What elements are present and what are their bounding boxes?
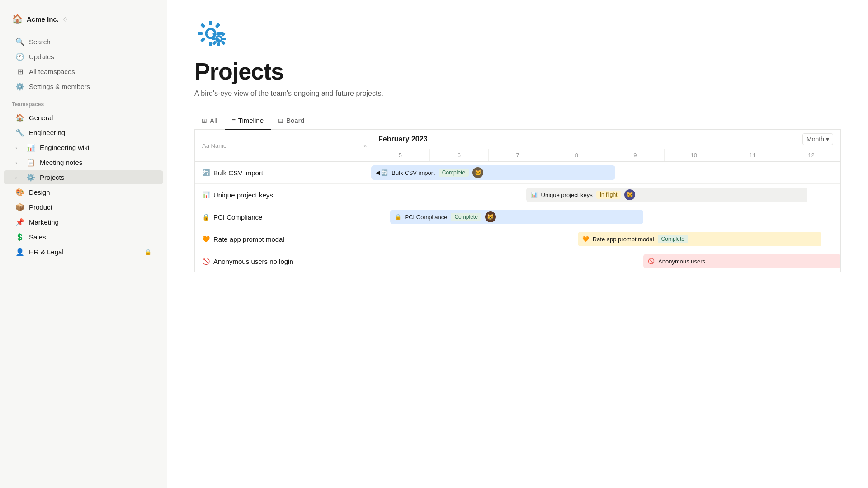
bar-label: Rate app prompt modal bbox=[593, 236, 654, 243]
svg-rect-12 bbox=[212, 38, 215, 40]
tab-timeline-label: Timeline bbox=[238, 117, 264, 124]
row-label: Rate app prompt modal bbox=[213, 235, 284, 243]
row-name-unique-keys[interactable]: 📊 Unique project keys bbox=[195, 186, 371, 204]
row-label: PCI Compliance bbox=[213, 213, 262, 221]
bar-label: Unique project keys bbox=[541, 192, 593, 198]
svg-rect-2 bbox=[209, 42, 212, 46]
general-icon: 🏠 bbox=[15, 113, 24, 122]
bar-label: Bulk CSV import bbox=[392, 169, 434, 176]
sales-icon: 💲 bbox=[15, 233, 24, 241]
status-badge: In flight bbox=[596, 191, 621, 199]
tab-board[interactable]: ⊟ Board bbox=[271, 112, 311, 130]
current-month: February 2023 bbox=[378, 135, 428, 143]
row-name-bulk-csv[interactable]: 🔄 Bulk CSV import bbox=[195, 164, 371, 182]
collapse-timeline-btn[interactable]: « bbox=[363, 142, 367, 149]
tab-timeline[interactable]: ≡ Timeline bbox=[225, 112, 271, 130]
workspace-chevron-icon: ◇ bbox=[63, 16, 67, 22]
notes-icon: 📋 bbox=[26, 158, 35, 167]
nav-settings[interactable]: ⚙️ Settings & members bbox=[4, 80, 163, 94]
timeline-header: Aa Name « February 2023 Month ▾ bbox=[195, 130, 840, 162]
timeline-bar-unique-keys[interactable]: 📊 Unique project keys In flight 😺 bbox=[526, 188, 808, 202]
bar-label: PCI Compliance bbox=[405, 214, 448, 221]
chevron-right-icon: › bbox=[15, 145, 22, 150]
sidebar-item-label: Marketing bbox=[29, 218, 151, 226]
day-col: 9 bbox=[606, 149, 665, 161]
workspace-icon: 🏠 bbox=[12, 14, 23, 24]
lock-icon: 🔒 bbox=[202, 213, 210, 221]
name-col-label: Aa Name bbox=[202, 142, 226, 149]
nav-search[interactable]: 🔍 Search bbox=[4, 35, 163, 49]
nav-search-label: Search bbox=[29, 38, 51, 46]
sidebar-item-general[interactable]: 🏠 General bbox=[4, 111, 163, 125]
nav-settings-label: Settings & members bbox=[29, 83, 90, 90]
page-title: Projects bbox=[194, 58, 841, 85]
row-label: Bulk CSV import bbox=[213, 169, 263, 177]
day-col: 5 bbox=[371, 149, 430, 161]
bar-icon: 📊 bbox=[531, 192, 538, 198]
sidebar-item-engineering[interactable]: 🔧 Engineering bbox=[4, 126, 163, 140]
row-name-rate-app[interactable]: 🧡 Rate app prompt modal bbox=[195, 230, 371, 249]
wiki-icon: 📊 bbox=[26, 143, 35, 152]
day-col: 8 bbox=[547, 149, 606, 161]
calendar-header: February 2023 Month ▾ 5 6 7 8 bbox=[371, 130, 840, 161]
bar-icon: 🧡 bbox=[582, 236, 589, 242]
nav-updates[interactable]: 🕐 Updates bbox=[4, 50, 163, 64]
row-name-pci[interactable]: 🔒 PCI Compliance bbox=[195, 208, 371, 226]
svg-rect-8 bbox=[215, 23, 220, 28]
view-tabs: ⊞ All ≡ Timeline ⊟ Board bbox=[194, 112, 841, 130]
workspace-switcher[interactable]: 🏠 Acme Inc. ◇ bbox=[7, 11, 160, 27]
sidebar-item-label: Product bbox=[29, 203, 151, 211]
tab-all-label: All bbox=[210, 117, 217, 124]
timeline-bar-bulk-csv[interactable]: ◀ 🔄 Bulk CSV import Complete 🐱 bbox=[371, 165, 615, 180]
main-panel: Projects A bird's-eye view of the team's… bbox=[167, 0, 868, 488]
search-icon: 🔍 bbox=[15, 38, 24, 46]
sidebar: 🏠 Acme Inc. ◇ 🔍 Search 🕐 Updates ⊞ All t… bbox=[0, 0, 167, 488]
row-timeline-bulk-csv: ◀ 🔄 Bulk CSV import Complete 🐱 bbox=[371, 162, 840, 183]
row-label: Unique project keys bbox=[213, 191, 273, 199]
month-view-label: Month bbox=[807, 136, 824, 143]
sidebar-item-design[interactable]: 🎨 Design bbox=[4, 185, 163, 199]
table-row: 🚫 Anonymous users no login 🚫 Anonymous u… bbox=[195, 250, 840, 272]
sidebar-item-projects[interactable]: › ⚙️ Projects bbox=[4, 170, 163, 184]
nav-all-teamspaces[interactable]: ⊞ All teamspaces bbox=[4, 65, 163, 79]
month-view-selector[interactable]: Month ▾ bbox=[802, 133, 833, 145]
row-name-anon-users[interactable]: 🚫 Anonymous users no login bbox=[195, 252, 371, 271]
timeline-icon: ≡ bbox=[232, 117, 236, 124]
teamspaces-section-label: Teamspaces bbox=[0, 94, 167, 110]
day-col: 12 bbox=[782, 149, 840, 161]
grid-icon: ⊞ bbox=[202, 117, 207, 124]
page-description: A bird's-eye view of the team's ongoing … bbox=[194, 89, 841, 98]
table-icon: 📊 bbox=[202, 191, 210, 198]
sidebar-item-engineering-wiki[interactable]: › 📊 Engineering wiki bbox=[4, 141, 163, 155]
workspace-name: Acme Inc. bbox=[27, 15, 59, 23]
sidebar-item-label: Sales bbox=[29, 233, 151, 241]
sidebar-item-meeting-notes[interactable]: › 📋 Meeting notes bbox=[4, 155, 163, 169]
svg-rect-13 bbox=[222, 38, 226, 40]
timeline-bar-pci[interactable]: 🔒 PCI Compliance Complete 😸 bbox=[390, 210, 644, 224]
page-icon bbox=[194, 18, 227, 51]
sidebar-item-hr-legal[interactable]: 👤 HR & Legal 🔒 bbox=[4, 245, 163, 259]
heart-icon: 🧡 bbox=[202, 235, 210, 243]
table-row: 🔒 PCI Compliance 🔒 PCI Compliance Comple… bbox=[195, 206, 840, 228]
sidebar-item-label: Engineering bbox=[29, 129, 151, 136]
avatar: 🐱 bbox=[472, 167, 483, 178]
timeline-bar-anon-users[interactable]: 🚫 Anonymous users bbox=[643, 254, 840, 268]
sidebar-item-label: Meeting notes bbox=[40, 159, 151, 166]
row-label: Anonymous users no login bbox=[213, 258, 293, 265]
bar-icon: 🔒 bbox=[395, 214, 401, 220]
row-timeline-pci: 🔒 PCI Compliance Complete 😸 bbox=[371, 206, 840, 228]
sidebar-item-marketing[interactable]: 📌 Marketing bbox=[4, 215, 163, 229]
table-row: 🧡 Rate app prompt modal 🧡 Rate app promp… bbox=[195, 228, 840, 250]
tab-all[interactable]: ⊞ All bbox=[194, 112, 225, 130]
avatar: 😸 bbox=[485, 211, 496, 222]
svg-rect-16 bbox=[212, 41, 217, 45]
hr-icon: 👤 bbox=[15, 248, 24, 256]
day-col: 10 bbox=[665, 149, 723, 161]
sidebar-item-sales[interactable]: 💲 Sales bbox=[4, 230, 163, 244]
tab-board-label: Board bbox=[286, 117, 304, 124]
svg-rect-5 bbox=[200, 23, 206, 28]
timeline-bar-rate-app[interactable]: 🧡 Rate app prompt modal Complete bbox=[578, 232, 822, 246]
nav-updates-label: Updates bbox=[29, 53, 54, 61]
sidebar-item-product[interactable]: 📦 Product bbox=[4, 200, 163, 214]
svg-rect-11 bbox=[217, 42, 220, 46]
